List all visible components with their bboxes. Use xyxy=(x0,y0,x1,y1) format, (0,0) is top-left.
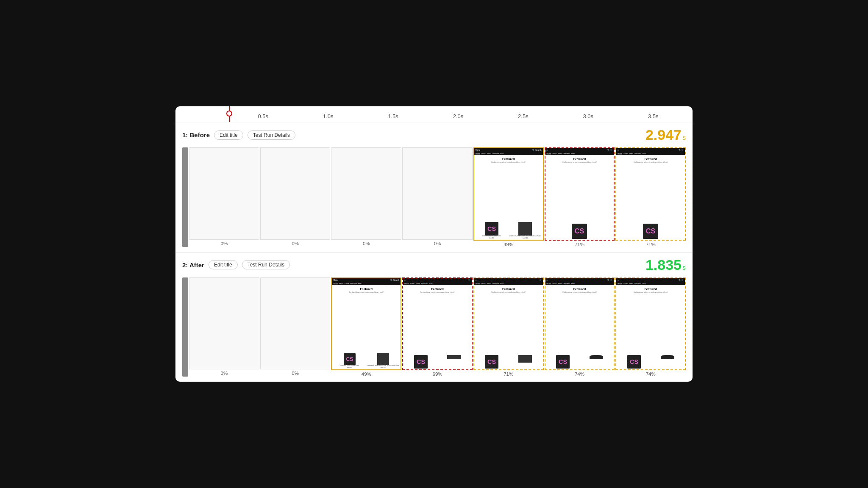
time-3-5s: 3.5s xyxy=(621,113,686,119)
after-f6-nav-shirts: Shirts xyxy=(552,283,556,285)
after-f6-nav-hats: Hats xyxy=(571,283,575,285)
before-f5-p1-price: from $15 xyxy=(489,237,494,239)
svg-text:CS: CS xyxy=(559,358,567,365)
after-edit-title-button[interactable]: Edit title xyxy=(209,260,238,269)
before-frame-7: ≡ 🔍🛒 Home Shirts Fitted WebPerf Hats xyxy=(615,147,686,247)
after-frame-7: ≡ 🔍🛒 Home Shirts Fitted WebPerf Hats xyxy=(615,277,686,377)
after-frame-2-pct: 0% xyxy=(292,371,299,376)
after-f4-nav-shirts: Shirts xyxy=(410,283,415,285)
before-frame-2-pct: 0% xyxy=(292,241,299,246)
after-f3-nav-webperf: WebPerf xyxy=(350,283,357,285)
before-frame-1-box xyxy=(189,147,259,239)
after-frame-1: 0% xyxy=(189,277,259,377)
svg-text:CS: CS xyxy=(646,227,656,235)
after-f5-tshirt2-partial xyxy=(518,355,532,363)
after-f5-nav-home: Home xyxy=(476,283,480,285)
after-frame-7-box: ≡ 🔍🛒 Home Shirts Fitted WebPerf Hats xyxy=(615,277,686,370)
after-f4-nav-webperf: WebPerf xyxy=(421,283,428,285)
after-f6-nav-fitted: Fitted xyxy=(558,283,562,285)
svg-text:CS: CS xyxy=(575,227,584,235)
after-f7-product2 xyxy=(651,355,684,369)
after-frame-6: ≡ 🔍🛒 Home Shirts Fitted WebPerf Hats xyxy=(545,277,615,377)
before-frame-3-inner xyxy=(331,148,401,239)
before-f5-tshirt2-placeholder xyxy=(518,222,532,236)
time-1-0s: 1.0s xyxy=(295,113,360,119)
before-frame-6-inner: s 🔍🛒 Home Shirts Fitted WebPerf Hats xyxy=(545,148,614,239)
before-frame-2-inner xyxy=(261,148,330,239)
before-frame-2: 0% xyxy=(260,147,331,247)
before-frame-1-inner xyxy=(189,148,259,239)
after-score-unit: s xyxy=(682,264,686,272)
after-frame-5-box: s 🛒 Home Shirts Fitted WebPerf Hats xyxy=(473,277,544,370)
before-f6-sub: Our latest drop is here — stock up and k… xyxy=(547,161,613,163)
before-f5-nav-hats: Hats xyxy=(500,152,504,155)
before-f7-nav-webperf: WebPerf xyxy=(634,152,641,155)
before-f7-featured: Featured xyxy=(618,158,684,161)
time-1-5s: 1.5s xyxy=(361,113,426,119)
before-f5-nav-home: Home xyxy=(476,152,480,155)
after-frame-2-inner xyxy=(261,278,330,369)
after-f7-nav-webperf: WebPerf xyxy=(634,283,641,285)
before-frame-1: 0% xyxy=(189,147,259,247)
after-f3-search: 🔍 Search xyxy=(390,279,400,281)
after-frame-2: 0% xyxy=(260,277,331,377)
before-frame-1-pct: 0% xyxy=(221,241,228,246)
before-f5-p2-price: from $15 xyxy=(523,237,528,239)
after-f7-menu: ≡ xyxy=(618,279,619,281)
after-f5-featured: Featured xyxy=(476,288,542,291)
after-f6-menu: ≡ xyxy=(547,279,548,281)
after-frame-3-inner: Menu 🔍 Search Home Shirts Fitted WebPerf… xyxy=(332,278,401,369)
after-frame-1-box xyxy=(189,277,259,369)
before-f6-nav-home: Home xyxy=(547,152,551,155)
before-frame-5-pct: 49% xyxy=(504,242,513,247)
before-f5-featured: Featured xyxy=(476,158,542,161)
after-f3-featured: Featured xyxy=(333,288,399,291)
after-f4-tshirt2-partial xyxy=(447,355,461,359)
after-f3-products: CS CSS Short-Sleeve Unisex T-Shirt from … xyxy=(333,353,399,369)
before-frame-5-inner: Menu 🔍 Search Home Shirts Fitted WebPerf… xyxy=(474,148,543,239)
before-score-unit: s xyxy=(682,134,686,141)
after-f4-icons: 🛒 xyxy=(468,279,470,281)
after-f3-tshirt2 xyxy=(377,353,389,365)
before-edit-title-button[interactable]: Edit title xyxy=(214,130,243,140)
before-f7-nav-home: Home xyxy=(618,152,622,155)
after-f4-nav-home: Home xyxy=(404,283,409,285)
after-frame-5-pct: 71% xyxy=(504,372,513,377)
after-f4-product2 xyxy=(438,355,470,369)
before-score: 2.947 xyxy=(645,127,682,143)
before-f5-tshirt1: CS xyxy=(485,222,498,236)
before-test-run-button[interactable]: Test Run Details xyxy=(248,130,295,140)
before-f7-menu-icon: ≡ xyxy=(618,149,619,151)
after-section-title: 2: After xyxy=(182,261,204,269)
after-f7-nav-hats: Hats xyxy=(643,283,646,285)
after-f3-p2-price: from $15 xyxy=(381,367,386,369)
after-frame-4-inner: s 🛒 Home Shirts Fitted WebPerf Hats xyxy=(403,278,472,369)
before-f7-nav-shirts: Shirts xyxy=(623,152,628,155)
after-f4-sub: Our latest drop is here — stock up and k… xyxy=(404,291,470,293)
main-container: 0.5s 1.0s 1.5s 2.0s 2.5s 3.0s 3.5s 1: Be… xyxy=(175,106,693,382)
before-frame-6: s 🔍🛒 Home Shirts Fitted WebPerf Hats xyxy=(545,147,615,247)
after-f3-product2: Undefined Is Not A Function Short-Sleeve… xyxy=(367,353,399,369)
after-f7-products: CS xyxy=(618,355,684,369)
before-f7-tshirt-area: CS xyxy=(618,224,684,239)
time-2-0s: 2.0s xyxy=(426,113,490,119)
before-section-title: 1: Before xyxy=(182,131,210,139)
after-f7-nav-shirts: Shirts xyxy=(623,283,628,285)
after-test-run-button[interactable]: Test Run Details xyxy=(242,260,290,269)
before-f5-nav-webperf: WebPerf xyxy=(492,152,499,155)
before-f6-icons: 🔍🛒 xyxy=(607,149,612,151)
before-f6-nav-shirts: Shirts xyxy=(552,152,556,155)
before-f6-nav-hats: Hats xyxy=(571,152,575,155)
before-f5-nav-fitted: Fitted xyxy=(487,152,491,155)
before-f6-tshirt-area: CS xyxy=(547,224,613,239)
before-f7-tshirt: CS xyxy=(643,224,658,239)
after-f6-nav-webperf: WebPerf xyxy=(564,283,570,285)
after-f3-p1-price: from $15 xyxy=(347,367,352,369)
before-f5-products: CS CSS Short-Sleeve Unisex T-Shirt from … xyxy=(476,222,542,239)
after-f4-products: CS xyxy=(404,355,470,369)
after-f5-nav-hats: Hats xyxy=(500,283,504,285)
before-frame-7-inner: ≡ 🔍🛒 Home Shirts Fitted WebPerf Hats xyxy=(616,148,685,239)
before-f5-nav-shirts: Shirts xyxy=(481,152,486,155)
after-f5-tshirt1: CS xyxy=(485,355,498,369)
before-f7-nav-fitted: Fitted xyxy=(629,152,633,155)
